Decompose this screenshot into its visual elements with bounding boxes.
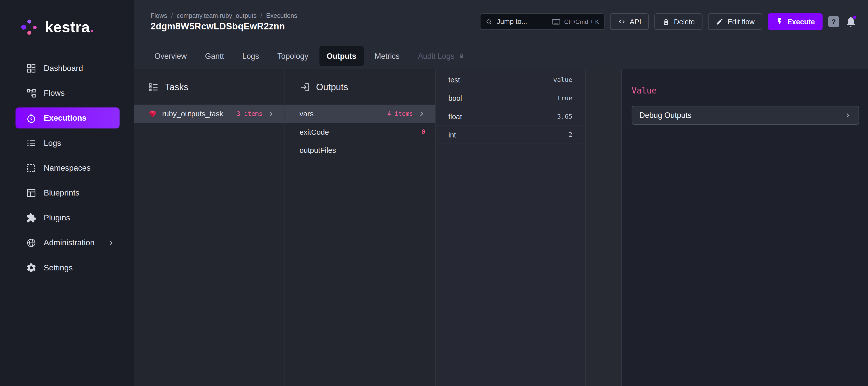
- sidebar-item-label: Blueprints: [44, 188, 80, 197]
- empty-column: [586, 69, 622, 386]
- notification-dot: [853, 16, 856, 19]
- delete-button[interactable]: Delete: [654, 13, 703, 30]
- outputs-panel-header: Outputs: [285, 69, 435, 105]
- kv-value: 2: [569, 131, 572, 139]
- sidebar-item-label: Settings: [44, 263, 73, 272]
- sidebar-item-label: Logs: [44, 139, 61, 147]
- lock-icon: [458, 53, 465, 59]
- kv-row-bool[interactable]: bool true: [436, 89, 585, 108]
- debug-outputs-button[interactable]: Debug Outputs: [632, 106, 859, 125]
- api-button-label: API: [630, 17, 641, 26]
- kv-key: float: [448, 112, 462, 120]
- sidebar-item-label: Executions: [44, 114, 87, 122]
- sidebar-item-label: Dashboard: [44, 64, 83, 72]
- kv-value: value: [553, 76, 572, 84]
- sidebar-item-label: Flows: [44, 89, 65, 97]
- value-panel: Value Debug Outputs: [622, 69, 868, 386]
- sidebar-item-executions[interactable]: Executions: [16, 108, 120, 129]
- sidebar-item-label: Namespaces: [44, 164, 91, 172]
- chevron-right-icon: [107, 239, 115, 246]
- kv-value: true: [557, 94, 572, 102]
- kv-row-float[interactable]: float 3.65: [436, 108, 585, 126]
- gear-icon: [26, 262, 37, 273]
- kv-row-int[interactable]: int 2: [436, 126, 585, 144]
- kestra-logo[interactable]: kestra.: [0, 14, 134, 40]
- tab-topology[interactable]: Topology: [270, 46, 316, 66]
- edit-flow-button-label: Edit flow: [727, 17, 754, 26]
- main-area: Flows / company.team.ruby_outputs / Exec…: [134, 0, 868, 386]
- outputs-icon: [299, 82, 310, 92]
- namespaces-icon: [26, 162, 37, 173]
- output-row-outputfiles[interactable]: outputFiles: [285, 141, 435, 159]
- topbar: Flows / company.team.ruby_outputs / Exec…: [134, 0, 868, 43]
- breadcrumb-executions[interactable]: Executions: [266, 12, 298, 18]
- tab-overview[interactable]: Overview: [147, 46, 194, 66]
- keyboard-icon: [552, 17, 561, 26]
- pencil-icon: [716, 18, 723, 26]
- administration-icon: [26, 237, 37, 248]
- sidebar-item-administration[interactable]: Administration: [16, 232, 120, 253]
- sidebar: kestra. Dashboard Flows: [0, 0, 134, 386]
- edit-flow-button[interactable]: Edit flow: [708, 13, 762, 30]
- sidebar-item-blueprints[interactable]: Blueprints: [16, 182, 120, 203]
- tab-gantt[interactable]: Gantt: [198, 46, 231, 66]
- kv-key: bool: [448, 94, 462, 102]
- sidebar-item-dashboard[interactable]: Dashboard: [16, 58, 120, 79]
- topbar-left: Flows / company.team.ruby_outputs / Exec…: [151, 12, 298, 31]
- breadcrumb-flows[interactable]: Flows: [151, 12, 167, 18]
- trash-icon: [662, 18, 670, 26]
- chevron-right-icon: [418, 110, 425, 118]
- tab-metrics[interactable]: Metrics: [367, 46, 407, 66]
- kestra-logo-icon: [20, 18, 39, 37]
- output-label: exitCode: [299, 128, 329, 136]
- flows-icon: [26, 88, 37, 98]
- kv-key: test: [448, 76, 460, 84]
- sidebar-nav: Dashboard Flows Executions: [0, 58, 134, 282]
- sidebar-item-namespaces[interactable]: Namespaces: [16, 157, 120, 178]
- breadcrumb-namespace[interactable]: company.team.ruby_outputs: [177, 12, 257, 18]
- search-placeholder: Jump to...: [497, 18, 527, 26]
- dashboard-icon: [26, 63, 37, 73]
- tasks-panel: Tasks ruby_outputs_task 3 items: [134, 69, 285, 386]
- jump-to-search[interactable]: Jump to... Ctrl/Cmd + K: [480, 13, 605, 30]
- output-items-count: 4 items: [387, 110, 413, 118]
- kestra-app: kestra. Dashboard Flows: [0, 0, 868, 386]
- notifications-button[interactable]: [845, 16, 857, 28]
- tasks-panel-header: Tasks: [134, 69, 285, 105]
- chevron-right-icon: [268, 110, 275, 118]
- sidebar-item-label: Plugins: [44, 213, 70, 222]
- task-items-count: 3 items: [237, 110, 262, 118]
- tab-logs[interactable]: Logs: [235, 46, 266, 66]
- breadcrumb: Flows / company.team.ruby_outputs / Exec…: [151, 12, 298, 18]
- sidebar-item-label: Administration: [44, 238, 94, 247]
- task-row-ruby-outputs-task[interactable]: ruby_outputs_task 3 items: [134, 105, 285, 123]
- sidebar-item-settings[interactable]: Settings: [16, 257, 120, 278]
- outputs-panel-title: Outputs: [316, 82, 348, 92]
- output-value: 0: [422, 128, 425, 136]
- output-row-exitcode[interactable]: exitCode 0: [285, 123, 435, 141]
- logs-icon: [26, 138, 37, 148]
- search-icon: [486, 18, 493, 25]
- kv-row-test[interactable]: test value: [436, 71, 585, 89]
- tab-audit-logs: Audit Logs: [411, 46, 472, 66]
- kv-value: 3.65: [557, 112, 572, 120]
- output-row-vars[interactable]: vars 4 items: [285, 105, 435, 123]
- task-label: ruby_outputs_task: [162, 110, 223, 118]
- execute-button[interactable]: Execute: [768, 13, 823, 30]
- breadcrumb-separator: /: [171, 12, 173, 18]
- outputs-explorer: Tasks ruby_outputs_task 3 items: [134, 69, 868, 386]
- blueprints-icon: [26, 187, 37, 198]
- sidebar-item-plugins[interactable]: Plugins: [16, 207, 120, 228]
- sidebar-item-flows[interactable]: Flows: [16, 83, 120, 103]
- execute-button-label: Execute: [787, 17, 815, 26]
- output-label: vars: [299, 110, 313, 118]
- sidebar-item-logs[interactable]: Logs: [16, 132, 120, 153]
- search-shortcut: Ctrl/Cmd + K: [552, 17, 599, 26]
- delete-button-label: Delete: [674, 17, 695, 26]
- tab-outputs[interactable]: Outputs: [319, 46, 364, 66]
- help-button[interactable]: ?: [828, 16, 839, 27]
- api-icon: [618, 18, 626, 26]
- search-shortcut-label: Ctrl/Cmd + K: [564, 18, 599, 25]
- breadcrumb-separator: /: [260, 12, 262, 18]
- api-button[interactable]: API: [610, 13, 649, 30]
